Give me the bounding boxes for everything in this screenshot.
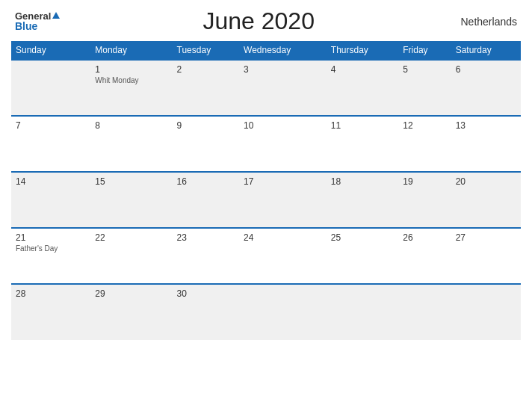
col-monday: Monday — [90, 41, 172, 60]
holiday-name: Father's Day — [16, 244, 86, 253]
calendar-day-cell: 1Whit Monday — [90, 60, 172, 116]
col-sunday: Sunday — [11, 41, 90, 60]
day-number: 11 — [331, 120, 394, 131]
day-number: 30 — [177, 288, 235, 299]
calendar-grid: Sunday Monday Tuesday Wednesday Thursday… — [11, 41, 521, 340]
day-number: 23 — [177, 232, 235, 243]
calendar-day-cell: 30 — [173, 284, 239, 340]
calendar-day-cell — [398, 284, 451, 340]
calendar-day-cell: 13 — [451, 116, 521, 172]
day-number: 17 — [244, 176, 322, 187]
col-friday: Friday — [398, 41, 451, 60]
calendar-day-cell: 19 — [398, 172, 451, 228]
calendar-day-cell: 17 — [239, 172, 327, 228]
calendar-day-cell: 24 — [239, 228, 327, 284]
calendar-day-cell: 11 — [327, 116, 398, 172]
day-number: 15 — [95, 176, 167, 187]
calendar-day-cell — [451, 284, 521, 340]
day-number: 25 — [331, 232, 394, 243]
calendar-day-cell: 2 — [173, 60, 239, 116]
day-number: 24 — [244, 232, 322, 243]
calendar-day-cell: 9 — [173, 116, 239, 172]
day-number: 16 — [177, 176, 235, 187]
day-number: 6 — [456, 64, 516, 75]
day-number: 26 — [403, 232, 446, 243]
day-number: 18 — [331, 176, 394, 187]
col-saturday: Saturday — [451, 41, 521, 60]
col-thursday: Thursday — [327, 41, 398, 60]
day-number: 12 — [403, 120, 446, 131]
calendar-day-cell: 16 — [173, 172, 239, 228]
logo-triangle-icon — [52, 12, 60, 19]
calendar-day-cell: 10 — [239, 116, 327, 172]
calendar-day-cell: 21Father's Day — [11, 228, 90, 284]
calendar-day-cell: 15 — [90, 172, 172, 228]
day-number: 14 — [16, 176, 86, 187]
day-number: 28 — [16, 288, 86, 299]
day-number: 1 — [95, 64, 167, 75]
day-number: 9 — [177, 120, 235, 131]
calendar-day-cell: 3 — [239, 60, 327, 116]
calendar-day-cell: 5 — [398, 60, 451, 116]
holiday-name: Whit Monday — [95, 76, 167, 84]
calendar-title: June 2020 — [60, 7, 457, 35]
day-number: 10 — [244, 120, 322, 131]
calendar-day-cell: 26 — [398, 228, 451, 284]
day-number: 21 — [16, 232, 86, 243]
day-number: 27 — [456, 232, 516, 243]
country-name: Netherlands — [457, 16, 517, 28]
day-number: 22 — [95, 232, 167, 243]
calendar-day-cell: 22 — [90, 228, 172, 284]
calendar-day-cell — [327, 284, 398, 340]
day-number: 29 — [95, 288, 167, 299]
day-number: 20 — [456, 176, 516, 187]
col-wednesday: Wednesday — [239, 41, 327, 60]
calendar-day-cell: 28 — [11, 284, 90, 340]
col-tuesday: Tuesday — [173, 41, 239, 60]
calendar-day-cell: 8 — [90, 116, 172, 172]
calendar-week-row: 1Whit Monday23456 — [11, 60, 521, 116]
day-number: 3 — [244, 64, 322, 75]
calendar-week-row: 78910111213 — [11, 116, 521, 172]
calendar-day-cell: 4 — [327, 60, 398, 116]
day-number: 19 — [403, 176, 446, 187]
calendar-day-cell: 27 — [451, 228, 521, 284]
calendar-day-cell: 23 — [173, 228, 239, 284]
day-number: 8 — [95, 120, 167, 131]
calendar-header-row: Sunday Monday Tuesday Wednesday Thursday… — [11, 41, 521, 60]
calendar-week-row: 14151617181920 — [11, 172, 521, 228]
day-number: 4 — [331, 64, 394, 75]
calendar-day-cell: 7 — [11, 116, 90, 172]
logo-blue-text: Blue — [15, 21, 60, 31]
calendar-day-cell — [239, 284, 327, 340]
day-number: 7 — [16, 120, 86, 131]
day-number: 13 — [456, 120, 516, 131]
logo: General Blue — [15, 11, 60, 31]
calendar-day-cell: 18 — [327, 172, 398, 228]
calendar-day-cell — [11, 60, 90, 116]
day-number: 2 — [177, 64, 235, 75]
calendar-header: General Blue June 2020 Netherlands — [11, 7, 521, 35]
calendar-week-row: 282930 — [11, 284, 521, 340]
calendar-day-cell: 20 — [451, 172, 521, 228]
calendar-day-cell: 29 — [90, 284, 172, 340]
calendar-day-cell: 25 — [327, 228, 398, 284]
calendar-week-row: 21Father's Day222324252627 — [11, 228, 521, 284]
day-number: 5 — [403, 64, 446, 75]
calendar-day-cell: 14 — [11, 172, 90, 228]
calendar-day-cell: 12 — [398, 116, 451, 172]
calendar-day-cell: 6 — [451, 60, 521, 116]
calendar-container: General Blue June 2020 Netherlands Sunda… — [0, 0, 532, 411]
